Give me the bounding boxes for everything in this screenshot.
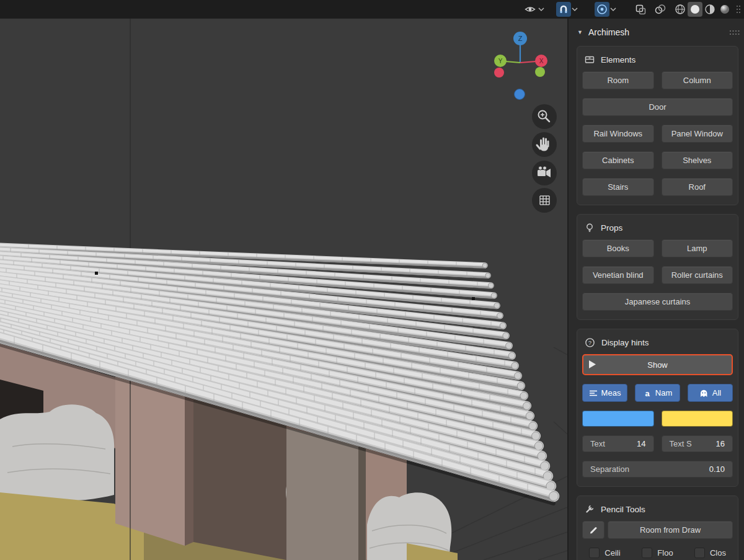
elements-header: Elements [582, 50, 733, 69]
ceiling-checkbox[interactable] [589, 548, 600, 558]
panel-title: Archimesh [588, 27, 629, 37]
collapse-triangle-icon[interactable]: ▼ [577, 29, 583, 35]
zoom-button[interactable] [532, 104, 557, 129]
pencil-icon [588, 525, 598, 535]
shading-wireframe-button[interactable] [673, 2, 688, 17]
header-controls [523, 2, 744, 17]
lamp-button[interactable]: Lamp [662, 239, 733, 257]
question-icon: ? [585, 337, 595, 348]
visibility-dropdown-chevron[interactable] [538, 2, 545, 17]
column-button[interactable]: Column [662, 71, 733, 89]
separation-field[interactable]: Separation 0.10 [582, 461, 733, 478]
blender-window: Z Y X [0, 0, 744, 560]
pencil-tools-title: Pencil Tools [601, 505, 645, 514]
svg-text:?: ? [588, 339, 591, 346]
font-a-icon: a [643, 389, 652, 398]
panel-window-button[interactable]: Panel Window [662, 125, 733, 143]
panel-header[interactable]: ▼ Archimesh [569, 19, 744, 46]
eye-icon [525, 5, 536, 14]
close-checkbox-group: Clos [688, 548, 733, 558]
venetian-blind-button[interactable]: Venetian blind [582, 266, 654, 284]
lightbulb-icon [585, 223, 595, 233]
all-label: All [712, 388, 721, 398]
elements-icon [585, 55, 595, 64]
roof-button[interactable]: Roof [662, 178, 733, 196]
room-from-draw-button[interactable]: Room from Draw [608, 521, 733, 539]
viewport-canvas[interactable]: Z Y X [0, 19, 567, 560]
separation-value: 0.10 [709, 464, 725, 474]
toggle-ortho-button[interactable] [532, 188, 557, 213]
play-icon [589, 360, 596, 370]
pan-hand-button[interactable] [532, 132, 557, 157]
books-button[interactable]: Books [582, 239, 654, 257]
falloff-circle-icon [596, 4, 608, 15]
measures-label: Meas [601, 388, 621, 398]
shading-solid-button[interactable] [688, 2, 702, 17]
show-overlays-toggle[interactable] [653, 2, 668, 17]
header-grip-dots[interactable] [735, 2, 742, 17]
name-color-swatch[interactable] [662, 411, 733, 427]
snap-dropdown-chevron[interactable] [571, 2, 578, 17]
display-hints-title: Display hints [601, 338, 649, 347]
roof-marker-2 [472, 297, 475, 300]
names-label: Nam [655, 388, 672, 398]
viewport-header-bar [0, 0, 744, 19]
floor-checkbox[interactable] [642, 548, 652, 558]
show-gizmo-toggle[interactable] [633, 2, 648, 17]
all-toggle[interactable]: All [688, 384, 733, 402]
pencil-tools-header: Pencil Tools [582, 500, 733, 518]
magnet-icon [559, 4, 569, 14]
camera-view-button[interactable] [532, 161, 557, 185]
pencil-tools-section: Pencil Tools Room from Draw Ceili [577, 496, 738, 560]
material-sphere-icon [704, 4, 715, 15]
text-s-label: Text S [670, 439, 692, 448]
show-button[interactable]: Show [582, 354, 733, 375]
gizmo-neg-y-ball[interactable] [535, 67, 545, 77]
separation-label: Separation [590, 464, 629, 474]
wireframe-sphere-icon [675, 4, 686, 15]
text-s-size-field[interactable]: Text S 16 [662, 435, 733, 452]
cabinets-button[interactable]: Cabinets [582, 151, 654, 169]
archimesh-panel: ▼ Archimesh Elements Room Co [567, 19, 744, 560]
gizmo-frame-icon [636, 4, 646, 15]
close-label: Clos [710, 548, 726, 558]
panel-grip-dots[interactable] [729, 27, 739, 37]
gizmo-y-label: Y [498, 58, 503, 64]
shading-material-button[interactable] [702, 2, 717, 17]
text-size-label: Text [590, 439, 605, 448]
proportional-editing-toggle[interactable] [595, 2, 609, 17]
visibility-eye-icon[interactable] [523, 2, 538, 17]
door-button[interactable]: Door [582, 98, 733, 116]
names-toggle[interactable]: a Nam [635, 384, 680, 402]
draw-pencil-button[interactable] [582, 521, 604, 539]
japanese-curtains-button[interactable]: Japanese curtains [582, 293, 733, 311]
measures-toggle[interactable]: Meas [582, 384, 627, 402]
viewport-blue-dot[interactable] [515, 89, 525, 100]
proportional-dropdown-chevron[interactable] [609, 2, 617, 17]
props-title: Props [601, 223, 622, 233]
close-checkbox[interactable] [694, 548, 705, 558]
ghost-icon [699, 389, 709, 398]
wrench-icon [585, 504, 595, 514]
roller-curtains-button[interactable]: Roller curtains [662, 266, 733, 284]
rail-windows-button[interactable]: Rail Windows [582, 125, 654, 143]
solid-sphere-icon [689, 4, 701, 15]
elements-title: Elements [601, 55, 636, 64]
ceiling-checkbox-group: Ceili [582, 548, 627, 558]
text-size-field[interactable]: Text 14 [582, 435, 654, 452]
gizmo-neg-x-ball[interactable] [494, 68, 504, 78]
3d-viewport[interactable]: Z Y X [0, 19, 567, 560]
display-hints-section: ? Display hints Show Meas [577, 329, 738, 487]
props-header: Props [582, 218, 733, 237]
room-button[interactable]: Room [582, 71, 654, 89]
shelves-button[interactable]: Shelves [662, 151, 733, 169]
text-s-value: 16 [716, 439, 725, 448]
stairs-button[interactable]: Stairs [582, 178, 654, 196]
gizmo-z-label: Z [518, 35, 523, 42]
snap-magnet-toggle[interactable] [556, 2, 571, 17]
svg-text:a: a [645, 388, 650, 398]
shading-rendered-button[interactable] [717, 2, 732, 17]
measures-icon [589, 389, 598, 398]
elements-section: Elements Room Column Door Rail Windows P… [577, 46, 738, 205]
measure-color-swatch[interactable] [582, 411, 654, 427]
